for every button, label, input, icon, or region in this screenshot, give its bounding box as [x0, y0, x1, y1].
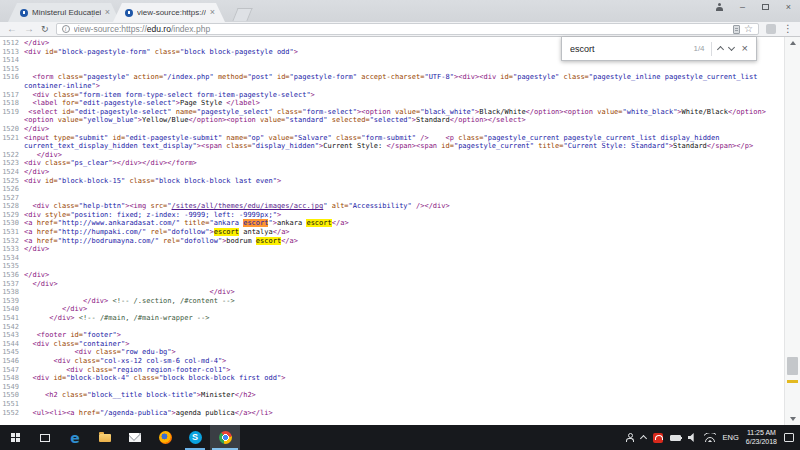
page-content: 1512</div>1513<div id="block-pagestyle-f… — [0, 37, 800, 425]
minimize-button[interactable]: – — [731, 0, 754, 13]
find-next-icon[interactable] — [728, 44, 735, 51]
source-line: 1538 </div> — [0, 288, 784, 297]
line-number: 1550 — [0, 391, 24, 400]
line-number: 1528 — [0, 202, 24, 211]
new-tab-button[interactable] — [232, 8, 252, 21]
source-code-text: <label for="edit-pagestyle-select">Page … — [24, 99, 784, 108]
tab-title: view-source:https://edu.ro/index.php — [137, 8, 206, 17]
source-code-text: <div class="container"> — [24, 340, 784, 349]
source-line: 1535 — [0, 262, 784, 271]
maximize-button[interactable] — [754, 0, 777, 13]
task-view-button[interactable] — [30, 425, 60, 450]
scrollbar-thumb[interactable] — [787, 357, 798, 375]
back-button[interactable]: ← — [7, 24, 17, 34]
profile-icon — [716, 3, 724, 11]
scroll-down-arrow[interactable] — [790, 417, 796, 421]
chrome-button[interactable] — [210, 425, 240, 450]
windows-logo-icon — [11, 433, 20, 442]
extension-icon[interactable] — [766, 24, 776, 34]
find-close-icon[interactable]: × — [742, 43, 748, 54]
line-number: 1526 — [0, 185, 24, 194]
source-line: 1551 — [0, 400, 784, 409]
mail-icon — [129, 433, 141, 442]
tab-ministerul-educatiei[interactable]: Ministerul Educației Naționale × — [8, 3, 120, 22]
find-match-marker — [787, 380, 798, 383]
forward-button[interactable]: → — [24, 24, 34, 34]
tab-close-icon[interactable]: × — [210, 8, 215, 17]
antivirus-icon[interactable] — [653, 433, 663, 443]
address-bar[interactable]: i view-source:https://edu.ro/index.php ☆ — [56, 23, 759, 35]
battery-icon[interactable] — [670, 435, 681, 441]
people-icon[interactable] — [625, 433, 634, 442]
line-number: 1529 — [0, 211, 24, 220]
edge-button[interactable]: e — [60, 425, 90, 450]
scrollbar[interactable] — [784, 37, 800, 425]
action-center-icon[interactable] — [784, 433, 794, 442]
source-line: 1523<div class="ps_clear"></div></div></… — [0, 159, 784, 168]
source-code-text: <div class="row edu-bg"> — [24, 348, 784, 357]
source-line: 1531<a href="http://humpaki.com/" rel="d… — [0, 228, 784, 237]
line-number: 1535 — [0, 262, 24, 271]
source-code-text — [24, 185, 784, 194]
source-code-text: <a href="http://www.ankaradasat.com/" ti… — [24, 219, 784, 228]
line-number: 1541 — [0, 314, 24, 323]
line-number: 1537 — [0, 280, 24, 289]
start-button[interactable] — [0, 425, 30, 450]
reload-button[interactable]: ↻ — [41, 25, 49, 34]
profile-button[interactable] — [708, 0, 731, 13]
scroll-up-arrow[interactable] — [790, 41, 796, 45]
show-hidden-icons-icon[interactable] — [640, 435, 647, 442]
source-code-text: </div> — [24, 271, 784, 280]
page-info-icon[interactable]: i — [62, 25, 70, 33]
find-input[interactable] — [570, 44, 687, 54]
line-number: 1549 — [0, 383, 24, 392]
clock[interactable]: 11:25 AM 6/23/2018 — [746, 429, 777, 446]
close-button[interactable]: × — [777, 0, 800, 13]
source-code-text: </div> — [24, 151, 784, 160]
source-line: 1547 <div class="region region-footer-co… — [0, 366, 784, 375]
source-line: 1516 <form class="pagestyle" action="/in… — [0, 73, 784, 90]
source-code-text: </div> <!-- /#main, /#main-wrapper --> — [24, 314, 784, 323]
line-number: 1534 — [0, 254, 24, 263]
line-number: 1525 — [0, 177, 24, 186]
source-code-text: <a href="http://bodrumayna.com/" rel="do… — [24, 237, 784, 246]
skype-button[interactable]: S — [180, 425, 210, 450]
volume-icon[interactable] — [688, 433, 697, 442]
save-page-icon[interactable] — [733, 25, 740, 34]
source-code-text — [24, 323, 784, 332]
line-number: 1545 — [0, 348, 24, 357]
source-line: 1522 </div> — [0, 151, 784, 160]
source-line: 1534 — [0, 254, 784, 263]
url-text: view-source:https://edu.ro/index.php — [74, 24, 729, 34]
source-line: 1537 </div> — [0, 280, 784, 289]
line-number: 1533 — [0, 245, 24, 254]
source-code-text: </div> — [24, 288, 784, 297]
tab-close-icon[interactable]: × — [105, 8, 110, 17]
line-number: 1530 — [0, 219, 24, 228]
tab-view-source[interactable]: view-source:https://edu.ro/index.php × — [113, 3, 225, 22]
language-indicator[interactable]: ENG — [723, 433, 739, 442]
source-code-text: <div class="col-xs-12 col-sm-6 col-md-4"… — [24, 357, 784, 366]
line-number: 1521 — [0, 134, 24, 151]
source-line: 1526 — [0, 185, 784, 194]
source-line: 1542 — [0, 323, 784, 332]
bookmark-star-icon[interactable]: ☆ — [744, 24, 753, 34]
source-line: 1543 <footer id="footer"> — [0, 331, 784, 340]
file-explorer-button[interactable] — [90, 425, 120, 450]
skype-icon: S — [189, 431, 202, 444]
chrome-icon — [219, 431, 232, 444]
wifi-icon[interactable] — [704, 433, 716, 442]
edge-icon: e — [70, 431, 80, 445]
mail-button[interactable] — [120, 425, 150, 450]
browser-menu-icon[interactable]: ⋮ — [783, 24, 793, 34]
source-line: 1528 <div class="help-bttn"><img src="/s… — [0, 202, 784, 211]
line-number: 1513 — [0, 48, 24, 57]
find-previous-icon[interactable] — [717, 46, 724, 53]
source-line: 1532<a href="http://bodrumayna.com/" rel… — [0, 237, 784, 246]
line-number: 1531 — [0, 228, 24, 237]
source-code-text: <div id="block-block-4" class="block blo… — [24, 374, 784, 383]
source-line: 1517 <div class="form-item form-type-sel… — [0, 91, 784, 100]
firefox-button[interactable] — [150, 425, 180, 450]
source-code-text: <h2 class="block__title block-title">Min… — [24, 391, 784, 400]
source-line: 1540 </div> — [0, 305, 784, 314]
